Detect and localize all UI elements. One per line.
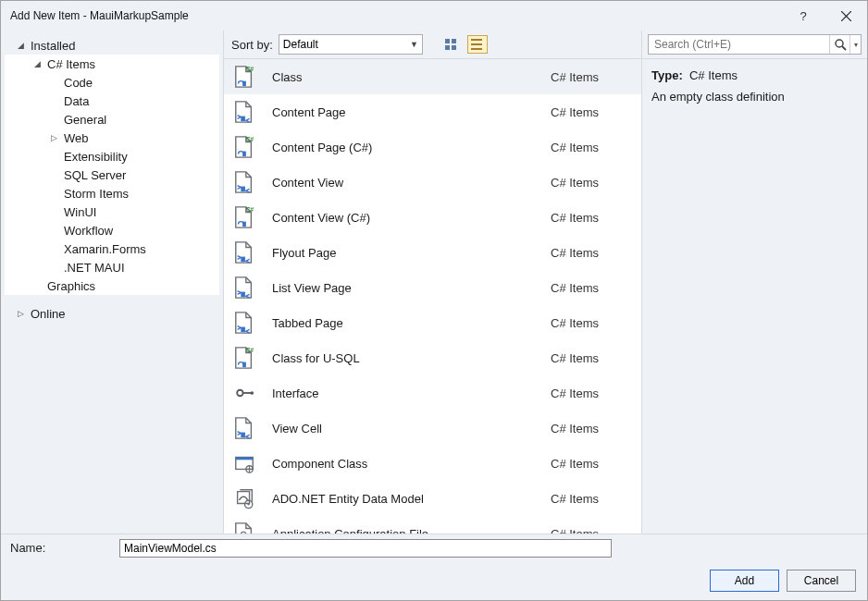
template-row[interactable]: Content PageC# Items — [224, 94, 641, 129]
tree-node-child[interactable]: .NET MAUI — [5, 258, 219, 276]
tree-node-child[interactable]: Code — [5, 73, 219, 92]
search-dropdown-button[interactable]: ▾ — [849, 35, 861, 54]
template-icon — [231, 310, 257, 336]
template-type: C# Items — [551, 105, 634, 119]
tree-node-child[interactable]: Extensibility — [5, 147, 219, 166]
template-row[interactable]: Application Configuration FileC# Items — [224, 516, 641, 534]
tree-node-csharp-items[interactable]: ◢ C# Items — [5, 55, 219, 73]
detail-type-line: Type: C# Items — [651, 68, 858, 82]
add-button[interactable]: Add — [710, 570, 779, 592]
tree-node-child[interactable]: Xamarin.Forms — [5, 239, 219, 258]
tree-node-online[interactable]: ▷ Online — [5, 304, 219, 323]
tree-node-child[interactable]: General — [5, 110, 219, 129]
tree-node-graphics[interactable]: Graphics — [5, 276, 219, 295]
template-row[interactable]: Content ViewC# Items — [224, 165, 641, 200]
sortby-value: Default — [283, 38, 318, 51]
template-icon — [231, 450, 257, 476]
template-type: C# Items — [551, 422, 634, 435]
titlebar: Add New Item - MauiMarkupSample ? — [1, 1, 867, 31]
template-label: List View Page — [272, 281, 551, 295]
tree-label-online: Online — [29, 307, 66, 321]
template-tree-panel: ◢ Installed ◢ C# Items CodeDataGeneral▷W… — [1, 31, 223, 534]
cancel-button[interactable]: Cancel — [787, 570, 856, 592]
template-row[interactable]: ClassC# Items — [224, 59, 641, 94]
template-row[interactable]: Tabbed PageC# Items — [224, 305, 641, 340]
template-row[interactable]: ADO.NET Entity Data ModelC# Items — [224, 481, 641, 516]
tree-label-child: WinUI — [62, 205, 96, 219]
tree-label-child: Code — [62, 76, 93, 90]
chevron-down-icon: ▼ — [410, 40, 418, 49]
expand-icon: ◢ — [31, 59, 43, 68]
template-icon — [231, 64, 257, 90]
template-tree: ◢ Installed ◢ C# Items CodeDataGeneral▷W… — [5, 36, 219, 323]
close-button[interactable] — [825, 1, 867, 31]
template-label: Application Configuration File — [272, 527, 551, 534]
details-panel: ▾ Type: C# Items An empty class definiti… — [642, 31, 867, 534]
view-grid-button[interactable] — [441, 35, 462, 54]
tree-node-child[interactable]: ▷Web — [5, 129, 219, 147]
template-label: Content Page — [272, 105, 551, 119]
template-label: Content Page (C#) — [272, 141, 551, 154]
template-label: Interface — [272, 386, 551, 400]
tree-node-child[interactable]: WinUI — [5, 202, 219, 221]
tree-label-child: General — [62, 113, 106, 127]
search-button[interactable] — [829, 35, 849, 54]
tree-node-child[interactable]: Data — [5, 92, 219, 110]
tree-node-child[interactable]: Workflow — [5, 221, 219, 239]
tree-label-child: Web — [62, 131, 89, 145]
tree-label-child: SQL Server — [62, 168, 126, 182]
template-type: C# Items — [551, 386, 634, 400]
template-type: C# Items — [551, 492, 634, 506]
tree-label-child: Storm Items — [62, 187, 129, 201]
template-label: Content View — [272, 176, 551, 190]
window-title: Add New Item - MauiMarkupSample — [10, 9, 782, 22]
template-row[interactable]: Class for U-SQLC# Items — [224, 340, 641, 375]
tree-label-installed: Installed — [29, 39, 75, 53]
dialog-body: ◢ Installed ◢ C# Items CodeDataGeneral▷W… — [1, 31, 867, 534]
tree-label-child: Workflow — [62, 224, 113, 238]
template-row[interactable]: View CellC# Items — [224, 411, 641, 446]
template-type: C# Items — [551, 70, 634, 84]
tree-node-child[interactable]: Storm Items — [5, 184, 219, 202]
template-type: C# Items — [551, 351, 634, 365]
template-type: C# Items — [551, 316, 634, 330]
template-row[interactable]: Content Page (C#)C# Items — [224, 129, 641, 165]
template-row[interactable]: Content View (C#)C# Items — [224, 200, 641, 235]
view-list-button[interactable] — [467, 35, 488, 54]
tree-label-graphics: Graphics — [45, 279, 95, 293]
search-bar: ▾ — [642, 31, 867, 58]
template-icon — [231, 521, 257, 534]
name-input[interactable] — [119, 539, 612, 558]
name-label: Name: — [10, 541, 119, 555]
search-input[interactable] — [649, 38, 829, 51]
tree-label-child: Extensibility — [62, 150, 128, 164]
tree-node-child[interactable]: SQL Server — [5, 166, 219, 184]
template-icon — [231, 485, 257, 511]
list-icon — [471, 39, 483, 51]
template-icon — [231, 415, 257, 441]
sortby-select[interactable]: Default ▼ — [279, 34, 423, 55]
template-row[interactable]: List View PageC# Items — [224, 270, 641, 305]
template-icon — [231, 275, 257, 300]
template-row[interactable]: Component ClassC# Items — [224, 446, 641, 481]
help-button[interactable]: ? — [782, 1, 825, 31]
detail-type-value: C# Items — [689, 68, 738, 82]
template-toolbar: Sort by: Default ▼ — [224, 31, 641, 58]
template-details: Type: C# Items An empty class definition — [642, 58, 867, 534]
tree-label-csharp-items: C# Items — [45, 57, 95, 71]
template-label: View Cell — [272, 422, 551, 435]
template-row[interactable]: Flyout PageC# Items — [224, 235, 641, 270]
sortby-label: Sort by: — [231, 38, 273, 52]
template-icon — [231, 239, 257, 265]
template-list[interactable]: ClassC# ItemsContent PageC# ItemsContent… — [224, 58, 641, 534]
template-type: C# Items — [551, 141, 634, 154]
template-list-panel: Sort by: Default ▼ ClassC# ItemsContent … — [223, 31, 642, 534]
expand-icon: ▷ — [14, 309, 27, 318]
template-type: C# Items — [551, 457, 634, 471]
template-row[interactable]: InterfaceC# Items — [224, 375, 641, 411]
template-icon — [231, 134, 257, 160]
template-label: Content View (C#) — [272, 211, 551, 225]
template-label: ADO.NET Entity Data Model — [272, 492, 551, 506]
tree-node-installed[interactable]: ◢ Installed — [5, 36, 219, 55]
search-icon — [834, 38, 847, 51]
